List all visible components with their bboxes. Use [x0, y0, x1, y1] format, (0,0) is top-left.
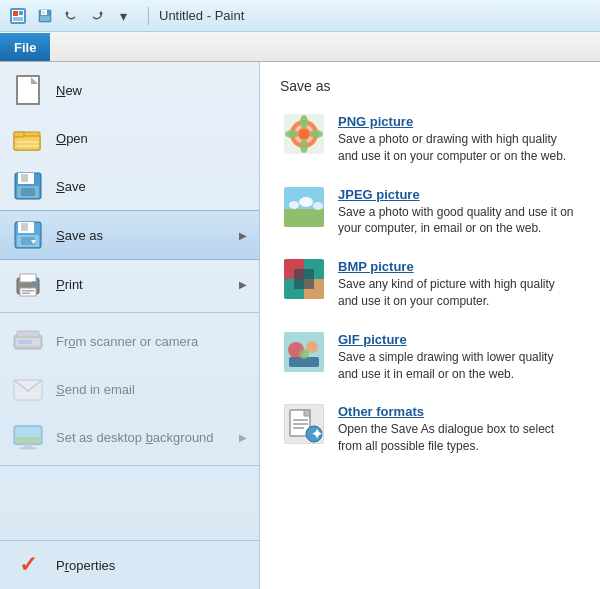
svg-rect-3 [19, 11, 23, 15]
open-icon [12, 122, 44, 154]
properties-icon: ✓ [12, 549, 44, 581]
svg-rect-18 [21, 188, 35, 196]
menu-item-email: Send in email [0, 365, 259, 413]
scanner-label: From scanner or camera [56, 334, 247, 349]
menu-item-desktop: Set as desktop background ▶ [0, 413, 259, 461]
jpeg-desc: Save a photo with good quality and use i… [338, 204, 576, 238]
png-desc: Save a photo or drawing with high qualit… [338, 131, 576, 165]
svg-rect-32 [18, 340, 32, 344]
checkmark-icon: ✓ [14, 551, 42, 579]
redo-button[interactable] [86, 5, 108, 27]
svg-text:✦: ✦ [311, 426, 323, 442]
ribbon-bar: File [0, 32, 600, 62]
divider-2 [0, 465, 259, 466]
save-quick-button[interactable] [34, 5, 56, 27]
menu-container: New Open [0, 62, 600, 589]
email-label: Send in email [56, 382, 247, 397]
svg-point-52 [313, 202, 323, 210]
saveas-png[interactable]: PNG picture Save a photo or drawing with… [280, 110, 580, 169]
svg-point-44 [300, 115, 308, 129]
png-title[interactable]: PNG picture [338, 114, 576, 129]
title-divider [148, 7, 149, 25]
svg-rect-4 [13, 17, 23, 21]
bmp-title[interactable]: BMP picture [338, 259, 576, 274]
other-desc: Open the Save As dialogue box to select … [338, 421, 576, 455]
other-title[interactable]: Other formats [338, 404, 576, 419]
desktop-icon [12, 421, 44, 453]
svg-rect-12 [14, 136, 40, 150]
saveas-other[interactable]: ✦ Other formats Open the Save As dialogu… [280, 400, 580, 459]
menu-item-save[interactable]: Save [0, 162, 259, 210]
png-text: PNG picture Save a photo or drawing with… [338, 114, 576, 165]
email-icon [12, 373, 44, 405]
svg-point-51 [299, 197, 313, 207]
scanner-icon [12, 325, 44, 357]
svg-marker-10 [99, 11, 103, 14]
gif-title[interactable]: GIF picture [338, 332, 576, 347]
print-arrow: ▶ [239, 279, 247, 290]
svg-rect-25 [20, 274, 36, 282]
saveas-icon [12, 219, 44, 251]
left-panel: New Open [0, 62, 260, 589]
bmp-icon [284, 259, 324, 299]
saveas-gif[interactable]: GIF picture Save a simple drawing with l… [280, 328, 580, 387]
other-icon: ✦ [284, 404, 324, 444]
saveas-jpeg[interactable]: JPEG picture Save a photo with good qual… [280, 183, 580, 242]
svg-point-50 [289, 201, 299, 209]
svg-rect-13 [14, 132, 24, 137]
open-label: Open [56, 131, 247, 146]
menu-item-properties[interactable]: ✓ Properties [0, 540, 259, 589]
window-title: Untitled - Paint [159, 8, 244, 23]
new-label: New [56, 83, 247, 98]
file-tab[interactable]: File [0, 33, 50, 61]
print-label: Print [56, 277, 227, 292]
jpeg-text: JPEG picture Save a photo with good qual… [338, 187, 576, 238]
saveas-arrow: ▶ [239, 230, 247, 241]
svg-rect-28 [22, 293, 30, 295]
svg-rect-21 [21, 223, 28, 231]
saveas-panel: Save as PNG picture Save a photo or draw… [260, 62, 600, 589]
svg-point-47 [309, 130, 323, 138]
app-icon [8, 6, 28, 26]
menu-item-new[interactable]: New [0, 66, 259, 114]
saveas-label: Save as [56, 228, 227, 243]
svg-rect-37 [16, 437, 40, 443]
saveas-bmp[interactable]: BMP picture Save any kind of picture wit… [280, 255, 580, 314]
menu-item-scanner: From scanner or camera [0, 317, 259, 365]
menu-item-saveas[interactable]: Save as ▶ [0, 210, 259, 260]
divider-1 [0, 312, 259, 313]
svg-rect-8 [40, 16, 50, 21]
svg-rect-65 [304, 410, 310, 416]
svg-point-45 [300, 139, 308, 153]
quick-access-dropdown[interactable]: ▾ [112, 5, 134, 27]
undo-button[interactable] [60, 5, 82, 27]
desktop-label: Set as desktop background [56, 430, 227, 445]
svg-rect-57 [294, 269, 314, 289]
jpeg-title[interactable]: JPEG picture [338, 187, 576, 202]
svg-rect-49 [284, 209, 324, 227]
gif-icon [284, 332, 324, 372]
menu-item-open[interactable]: Open [0, 114, 259, 162]
jpeg-icon [284, 187, 324, 227]
toolbar-tools: ▾ [34, 5, 134, 27]
menu-item-print[interactable]: Print ▶ [0, 260, 259, 308]
svg-rect-7 [42, 11, 45, 14]
new-icon [12, 74, 44, 106]
saveas-panel-title: Save as [280, 78, 580, 94]
bmp-text: BMP picture Save any kind of picture wit… [338, 259, 576, 310]
svg-rect-2 [13, 11, 18, 16]
svg-point-29 [32, 281, 36, 285]
save-icon [12, 170, 44, 202]
svg-point-62 [299, 349, 309, 359]
properties-label: Properties [56, 558, 247, 573]
png-icon [284, 114, 324, 154]
svg-point-46 [285, 130, 299, 138]
gif-text: GIF picture Save a simple drawing with l… [338, 332, 576, 383]
svg-rect-16 [21, 174, 28, 182]
other-text: Other formats Open the Save As dialogue … [338, 404, 576, 455]
save-label: Save [56, 179, 247, 194]
bmp-desc: Save any kind of picture with high quali… [338, 276, 576, 310]
svg-rect-27 [22, 290, 34, 292]
gif-desc: Save a simple drawing with lower quality… [338, 349, 576, 383]
svg-rect-39 [20, 447, 37, 449]
